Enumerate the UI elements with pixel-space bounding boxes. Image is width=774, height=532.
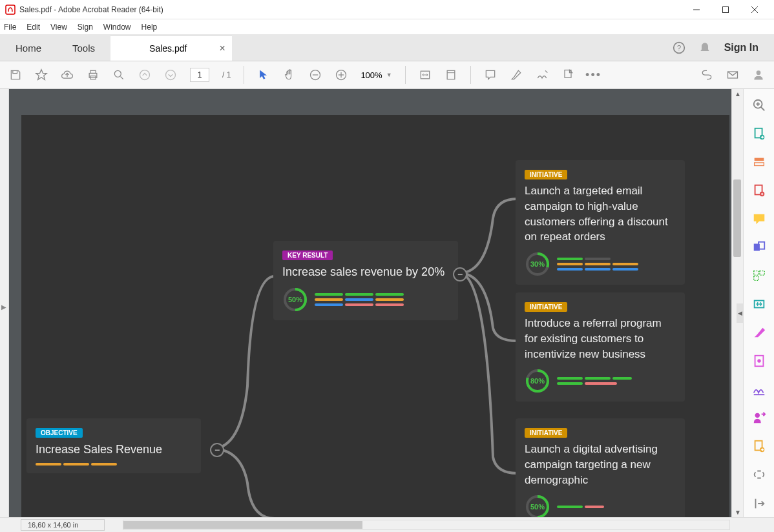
left-panel-gutter[interactable]: ▶ [0, 89, 9, 517]
svg-point-54 [755, 413, 759, 418]
link-icon[interactable] [700, 68, 713, 81]
collapse-right-panel-icon[interactable]: ◀ [737, 303, 743, 323]
document-viewport[interactable]: OBJECTIVE Increase Sales Revenue − KEY R… [9, 89, 731, 517]
svg-line-34 [760, 107, 764, 111]
account-icon[interactable] [752, 68, 765, 81]
fit-page-icon[interactable] [445, 68, 457, 81]
create-pdf-icon[interactable] [752, 183, 766, 198]
separator [405, 66, 406, 84]
more-tools-icon[interactable] [752, 467, 766, 482]
menu-edit[interactable]: Edit [26, 23, 40, 32]
comment-icon[interactable] [484, 68, 497, 81]
collapse-toggle[interactable]: − [453, 267, 467, 281]
svg-line-11 [121, 77, 123, 79]
initiative-3-title: Launch a digital advertising campaign ta… [525, 442, 676, 487]
email-icon[interactable] [726, 68, 739, 81]
star-icon[interactable] [35, 68, 48, 81]
hscroll-thumb[interactable] [123, 521, 362, 529]
hand-tool-icon[interactable] [283, 68, 296, 81]
cloud-upload-icon[interactable] [61, 68, 74, 81]
svg-rect-47 [753, 271, 758, 275]
bell-icon[interactable] [698, 41, 711, 54]
menu-bar: File Edit View Sign Window Help [0, 19, 774, 35]
tag-initiative: INITIATIVE [525, 170, 567, 179]
search-plus-icon[interactable] [752, 98, 766, 112]
zoom-select[interactable]: 100%▼ [361, 70, 392, 80]
expand-panel-icon[interactable] [752, 496, 766, 511]
protect-icon[interactable] [752, 354, 766, 368]
tab-document[interactable]: Sales.pdf × [110, 35, 232, 61]
scroll-down-icon[interactable]: ▼ [735, 509, 741, 516]
progress-ring: 50% [282, 287, 308, 312]
export-pdf-icon[interactable] [752, 127, 766, 141]
initiative-2-title: Introduce a referral program for existin… [525, 316, 676, 362]
combine-icon[interactable] [752, 240, 766, 254]
redact-icon[interactable] [752, 325, 766, 340]
page-up-icon[interactable] [138, 68, 151, 81]
tab-home[interactable]: Home [0, 35, 57, 61]
objective-bars [36, 463, 192, 466]
menu-sign[interactable]: Sign [78, 23, 93, 32]
objective-title: Increase Sales Revenue [36, 442, 192, 458]
sign-in-link[interactable]: Sign In [724, 42, 758, 54]
edit-pdf-icon[interactable] [752, 155, 766, 169]
menu-view[interactable]: View [50, 23, 67, 32]
organize-icon[interactable] [752, 269, 766, 283]
collapse-toggle[interactable]: − [210, 443, 224, 457]
more-icon[interactable]: ••• [587, 68, 600, 81]
sign-icon[interactable] [536, 68, 549, 81]
svg-point-12 [140, 70, 150, 80]
zoom-in-icon[interactable] [335, 68, 348, 81]
page-down-icon[interactable] [164, 68, 177, 81]
progress-ring: 50% [525, 494, 550, 517]
expand-right-icon[interactable]: ▶ [1, 303, 6, 311]
zoom-out-icon[interactable] [309, 68, 322, 81]
select-tool-icon[interactable] [257, 68, 270, 81]
stamp-icon[interactable] [561, 68, 574, 81]
find-icon[interactable] [112, 68, 125, 81]
save-icon[interactable] [9, 68, 22, 81]
minimize-button[interactable] [682, 0, 711, 19]
kr-bars [315, 293, 404, 306]
vertical-scrollbar[interactable]: ▲ ▼ ◀ [731, 89, 743, 517]
key-result-title: Increase sales revenue by 20% [282, 264, 449, 280]
caret-down-icon: ▼ [386, 72, 392, 78]
highlight-icon[interactable] [510, 68, 523, 81]
pdf-page: OBJECTIVE Increase Sales Revenue − KEY R… [21, 115, 729, 517]
svg-text:?: ? [676, 43, 681, 52]
menu-help[interactable]: Help [141, 23, 158, 32]
print-icon[interactable] [87, 68, 99, 81]
scroll-thumb[interactable] [733, 179, 741, 257]
node-objective: OBJECTIVE Increase Sales Revenue [26, 418, 201, 473]
svg-rect-39 [754, 158, 764, 161]
node-initiative-1: INITIATIVE Launch a targeted email campa… [516, 160, 685, 285]
svg-rect-40 [754, 163, 764, 166]
fill-sign-icon[interactable] [752, 382, 766, 396]
tab-tools[interactable]: Tools [57, 35, 110, 61]
separator [244, 66, 244, 84]
page-total: / 1 [222, 70, 231, 79]
close-button[interactable] [740, 0, 769, 19]
request-sign-icon[interactable] [752, 411, 766, 425]
fit-width-icon[interactable] [419, 68, 432, 81]
svg-rect-0 [6, 5, 15, 14]
compress-icon[interactable] [752, 297, 766, 311]
help-icon[interactable]: ? [673, 41, 685, 54]
page-dimensions: 16,60 x 14,60 in [21, 519, 105, 531]
tab-document-label: Sales.pdf [149, 43, 187, 54]
scroll-up-icon[interactable]: ▲ [735, 90, 741, 97]
menu-file[interactable]: File [4, 23, 16, 32]
comment-tool-icon[interactable] [752, 212, 766, 226]
menu-window[interactable]: Window [103, 23, 131, 32]
svg-point-10 [114, 70, 121, 77]
horizontal-scrollbar[interactable] [123, 520, 730, 530]
init2-bars [557, 377, 632, 385]
tab-close-icon[interactable]: × [219, 43, 225, 54]
maximize-button[interactable] [711, 0, 740, 19]
progress-ring: 80% [525, 368, 550, 394]
acrobat-icon [5, 5, 16, 15]
svg-rect-2 [722, 6, 728, 12]
svg-rect-49 [753, 276, 758, 280]
page-number-input[interactable] [190, 68, 209, 82]
send-comments-icon[interactable] [752, 439, 766, 453]
